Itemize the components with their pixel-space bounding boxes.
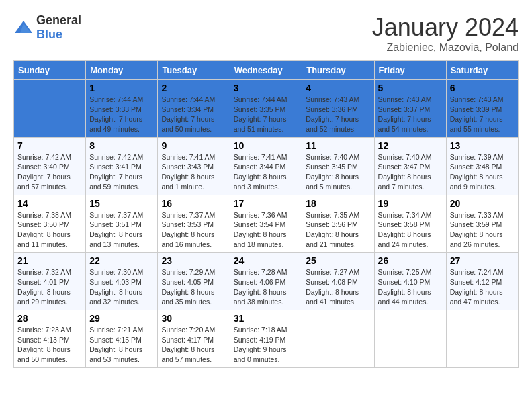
sunrise-text: Sunrise: 7:32 AM [17, 268, 71, 276]
date-number: 14 [17, 198, 82, 209]
date-number: 6 [450, 83, 515, 93]
cell-info: Sunrise: 7:41 AM Sunset: 3:43 PM Dayligh… [161, 152, 226, 192]
daylight-text: Daylight: 8 hours and 3 minutes. [234, 173, 287, 191]
cell-info: Sunrise: 7:43 AM Sunset: 3:39 PM Dayligh… [450, 95, 515, 134]
date-number: 18 [306, 198, 370, 209]
date-number: 20 [450, 198, 515, 209]
sunset-text: Sunset: 3:58 PM [378, 220, 431, 228]
cell-info: Sunrise: 7:38 AM Sunset: 3:50 PM Dayligh… [17, 210, 82, 250]
date-number: 5 [378, 83, 443, 93]
col-sunday: Sunday [14, 61, 86, 80]
table-cell: 3 Sunrise: 7:44 AM Sunset: 3:35 PM Dayli… [230, 80, 302, 138]
week-row-5: 28 Sunrise: 7:23 AM Sunset: 4:13 PM Dayl… [14, 310, 519, 368]
col-wednesday: Wednesday [230, 61, 302, 80]
table-cell: 23 Sunrise: 7:29 AM Sunset: 4:05 PM Dayl… [158, 253, 230, 310]
daylight-text: Daylight: 7 hours and 50 minutes. [161, 115, 214, 133]
sunrise-text: Sunrise: 7:23 AM [17, 326, 71, 334]
table-cell: 27 Sunrise: 7:24 AM Sunset: 4:12 PM Dayl… [446, 253, 518, 310]
table-cell: 9 Sunrise: 7:41 AM Sunset: 3:43 PM Dayli… [158, 137, 230, 195]
daylight-text: Daylight: 7 hours and 54 minutes. [378, 115, 431, 133]
daylight-text: Daylight: 8 hours and 32 minutes. [89, 288, 142, 306]
sunrise-text: Sunrise: 7:44 AM [161, 95, 215, 103]
daylight-text: Daylight: 9 hours and 0 minutes. [234, 345, 287, 363]
table-cell: 21 Sunrise: 7:32 AM Sunset: 4:01 PM Dayl… [14, 253, 86, 310]
sunrise-text: Sunrise: 7:37 AM [161, 211, 215, 219]
daylight-text: Daylight: 7 hours and 59 minutes. [89, 173, 142, 191]
daylight-text: Daylight: 8 hours and 53 minutes. [89, 345, 142, 363]
date-number: 9 [161, 140, 226, 151]
table-cell: 29 Sunrise: 7:21 AM Sunset: 4:15 PM Dayl… [86, 310, 158, 368]
sunrise-text: Sunrise: 7:42 AM [17, 153, 71, 161]
title-section: January 2024 Zabieniec, Mazovia, Poland [372, 13, 519, 54]
table-cell: 2 Sunrise: 7:44 AM Sunset: 3:34 PM Dayli… [158, 80, 230, 138]
table-cell: 8 Sunrise: 7:42 AM Sunset: 3:41 PM Dayli… [86, 137, 158, 195]
cell-info: Sunrise: 7:29 AM Sunset: 4:05 PM Dayligh… [161, 267, 226, 307]
daylight-text: Daylight: 8 hours and 38 minutes. [234, 288, 287, 306]
sunrise-text: Sunrise: 7:21 AM [89, 326, 143, 334]
table-cell: 10 Sunrise: 7:41 AM Sunset: 3:44 PM Dayl… [230, 137, 302, 195]
daylight-text: Daylight: 8 hours and 13 minutes. [89, 230, 142, 248]
sunset-text: Sunset: 3:56 PM [306, 220, 358, 228]
sunset-text: Sunset: 3:35 PM [234, 105, 286, 113]
sunset-text: Sunset: 3:36 PM [306, 105, 358, 113]
sunrise-text: Sunrise: 7:43 AM [306, 95, 359, 103]
cell-info: Sunrise: 7:33 AM Sunset: 3:59 PM Dayligh… [450, 210, 515, 250]
daylight-text: Daylight: 8 hours and 41 minutes. [306, 288, 359, 306]
sunset-text: Sunset: 3:44 PM [234, 163, 286, 171]
sunset-text: Sunset: 3:34 PM [161, 105, 214, 113]
date-number: 22 [89, 255, 154, 266]
cell-info: Sunrise: 7:36 AM Sunset: 3:54 PM Dayligh… [234, 210, 299, 250]
date-number: 19 [378, 198, 443, 209]
sunrise-text: Sunrise: 7:30 AM [89, 268, 143, 276]
sunset-text: Sunset: 3:51 PM [89, 220, 142, 228]
cell-info: Sunrise: 7:24 AM Sunset: 4:12 PM Dayligh… [450, 267, 515, 307]
logo-general: General [36, 13, 81, 27]
sunrise-text: Sunrise: 7:39 AM [450, 153, 504, 161]
logo-text: General Blue [36, 13, 81, 42]
sunrise-text: Sunrise: 7:43 AM [378, 95, 432, 103]
sunrise-text: Sunrise: 7:24 AM [450, 268, 504, 276]
col-saturday: Saturday [446, 61, 518, 80]
sunset-text: Sunset: 4:12 PM [450, 278, 502, 286]
daylight-text: Daylight: 7 hours and 52 minutes. [306, 115, 359, 133]
table-cell: 30 Sunrise: 7:20 AM Sunset: 4:17 PM Dayl… [158, 310, 230, 368]
daylight-text: Daylight: 8 hours and 21 minutes. [306, 230, 359, 248]
col-monday: Monday [86, 61, 158, 80]
date-number: 25 [306, 255, 370, 266]
cell-info: Sunrise: 7:37 AM Sunset: 3:51 PM Dayligh… [89, 210, 154, 250]
sunset-text: Sunset: 3:50 PM [17, 220, 70, 228]
daylight-text: Daylight: 7 hours and 57 minutes. [17, 173, 71, 191]
table-cell: 19 Sunrise: 7:34 AM Sunset: 3:58 PM Dayl… [374, 195, 446, 253]
table-cell: 13 Sunrise: 7:39 AM Sunset: 3:48 PM Dayl… [446, 137, 518, 195]
date-number: 24 [234, 255, 299, 266]
calendar-title: January 2024 [372, 13, 519, 42]
table-cell: 25 Sunrise: 7:27 AM Sunset: 4:08 PM Dayl… [302, 253, 374, 310]
daylight-text: Daylight: 8 hours and 26 minutes. [450, 230, 503, 248]
sunrise-text: Sunrise: 7:41 AM [234, 153, 287, 161]
table-cell [302, 310, 374, 368]
sunrise-text: Sunrise: 7:37 AM [89, 211, 143, 219]
table-cell: 18 Sunrise: 7:35 AM Sunset: 3:56 PM Dayl… [302, 195, 374, 253]
daylight-text: Daylight: 8 hours and 57 minutes. [161, 345, 214, 363]
sunrise-text: Sunrise: 7:42 AM [89, 153, 143, 161]
table-cell: 5 Sunrise: 7:43 AM Sunset: 3:37 PM Dayli… [374, 80, 446, 138]
sunrise-text: Sunrise: 7:27 AM [306, 268, 359, 276]
date-number: 30 [161, 313, 226, 324]
table-cell: 15 Sunrise: 7:37 AM Sunset: 3:51 PM Dayl… [86, 195, 158, 253]
sunset-text: Sunset: 4:08 PM [306, 278, 358, 286]
date-number: 26 [378, 255, 443, 266]
sunset-text: Sunset: 4:15 PM [89, 336, 142, 344]
date-number: 21 [17, 255, 82, 266]
sunset-text: Sunset: 3:47 PM [378, 163, 431, 171]
sunset-text: Sunset: 3:39 PM [450, 105, 502, 113]
table-cell: 20 Sunrise: 7:33 AM Sunset: 3:59 PM Dayl… [446, 195, 518, 253]
table-cell: 22 Sunrise: 7:30 AM Sunset: 4:03 PM Dayl… [86, 253, 158, 310]
sunrise-text: Sunrise: 7:34 AM [378, 211, 432, 219]
daylight-text: Daylight: 7 hours and 55 minutes. [450, 115, 503, 133]
week-row-4: 21 Sunrise: 7:32 AM Sunset: 4:01 PM Dayl… [14, 253, 519, 310]
daylight-text: Daylight: 8 hours and 18 minutes. [234, 230, 287, 248]
table-cell: 11 Sunrise: 7:40 AM Sunset: 3:45 PM Dayl… [302, 137, 374, 195]
sunrise-text: Sunrise: 7:25 AM [378, 268, 432, 276]
sunrise-text: Sunrise: 7:18 AM [234, 326, 287, 334]
table-cell [446, 310, 518, 368]
